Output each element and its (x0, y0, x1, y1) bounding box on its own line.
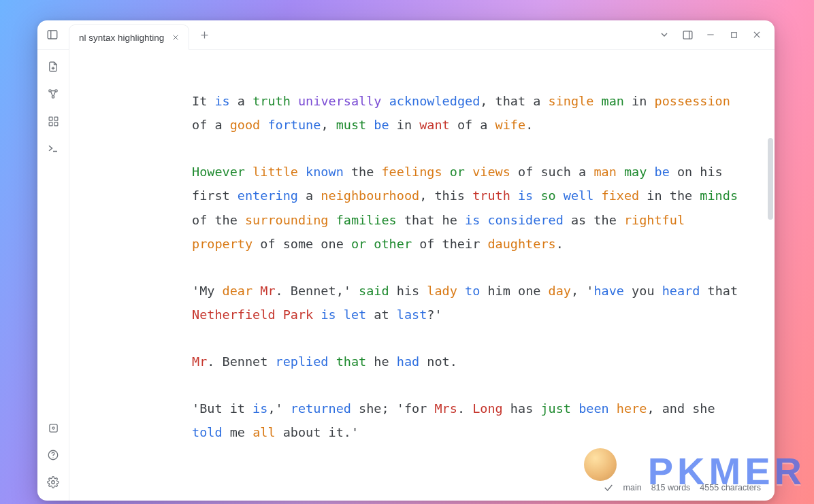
check-icon[interactable] (603, 482, 614, 493)
token: known (306, 165, 344, 179)
svg-rect-21 (54, 117, 57, 120)
token: that (700, 284, 745, 298)
status-branch[interactable]: main (623, 483, 642, 492)
svg-rect-20 (49, 117, 52, 120)
paragraph: 'But it is,' returned she; 'for Mrs. Lon… (192, 397, 747, 444)
token: have (593, 284, 624, 298)
token (609, 401, 617, 416)
token: man (593, 165, 616, 179)
token: has (503, 401, 541, 416)
token: replied (276, 354, 329, 369)
token: . (525, 118, 533, 132)
grid-icon[interactable] (42, 110, 65, 133)
status-chars[interactable]: 4555 characters (700, 483, 761, 492)
token (510, 188, 518, 203)
graph-icon[interactable] (42, 82, 65, 105)
paragraph: It is a truth universally acknowledged, … (192, 89, 747, 137)
app-body: It is a truth universally acknowledged, … (37, 50, 775, 501)
token: of their (412, 237, 487, 251)
token: in (389, 118, 420, 132)
svg-rect-6 (683, 31, 692, 38)
window-controls (653, 24, 770, 46)
token: to (465, 284, 480, 298)
token: rightful (624, 213, 685, 227)
token: been (579, 401, 609, 416)
token: However (192, 165, 245, 179)
token: is (465, 213, 480, 227)
token: had (397, 354, 419, 369)
token: families (336, 213, 397, 227)
token: or (351, 237, 366, 251)
token: fortune (267, 118, 321, 132)
token: she; 'for (351, 401, 435, 416)
token: that he (397, 213, 465, 227)
token: so (540, 188, 555, 203)
token (465, 165, 472, 179)
token: him one (480, 284, 548, 298)
token: not. (419, 354, 457, 369)
token: the (344, 165, 382, 179)
token: you (624, 284, 662, 298)
token: told (192, 425, 223, 439)
tabstrip: nl syntax highlighting (69, 20, 651, 49)
new-tab-icon[interactable] (193, 24, 215, 46)
status-words[interactable]: 815 words (651, 483, 691, 492)
token: of a (450, 118, 495, 132)
token: little (253, 165, 298, 179)
chevron-down-icon[interactable] (653, 24, 675, 46)
settings-icon[interactable] (42, 471, 65, 494)
terminal-icon[interactable] (42, 137, 65, 160)
new-file-icon[interactable] (42, 55, 65, 78)
minimize-icon[interactable] (700, 24, 721, 46)
token: . (457, 401, 472, 416)
token: dear (223, 284, 253, 298)
token: Netherfield (192, 307, 276, 322)
token: be (374, 118, 389, 132)
token: minds (700, 188, 738, 203)
token: universally (298, 94, 382, 108)
token (556, 188, 564, 203)
token: at (366, 307, 397, 322)
window-close-icon[interactable] (746, 24, 768, 46)
token (480, 213, 487, 227)
svg-rect-22 (49, 122, 52, 125)
token: is (253, 401, 267, 416)
token: single (549, 94, 594, 108)
token: ,' (267, 401, 290, 416)
svg-line-18 (54, 92, 56, 96)
editor-content[interactable]: It is a truth universally acknowledged, … (69, 50, 775, 501)
location-icon[interactable] (42, 416, 65, 439)
token: be (655, 165, 670, 179)
token: . Bennet (207, 354, 275, 369)
token: other (374, 237, 412, 251)
svg-rect-25 (49, 424, 56, 431)
token (313, 307, 321, 322)
token: he (366, 354, 397, 369)
maximize-icon[interactable] (723, 24, 745, 46)
token: truth (472, 188, 510, 203)
token (647, 165, 654, 179)
token: want (419, 118, 450, 132)
sidebar-toggle-icon[interactable] (42, 24, 63, 46)
token: views (472, 165, 510, 179)
panel-right-icon[interactable] (677, 24, 698, 46)
token: , and she (647, 401, 722, 416)
token (533, 188, 540, 203)
token: . (556, 237, 564, 251)
svg-point-26 (52, 426, 54, 429)
token: about it.' (276, 425, 359, 439)
token: surrounding (245, 213, 329, 227)
tab-active[interactable]: nl syntax highlighting (69, 24, 189, 50)
token: lady (427, 284, 457, 298)
svg-point-16 (52, 96, 54, 98)
token: his (389, 284, 427, 298)
token: acknowledged (389, 94, 481, 108)
close-icon[interactable] (169, 31, 182, 44)
scrollbar-thumb[interactable] (768, 138, 773, 220)
paragraph: 'My dear Mr. Bennet,' said his lady to h… (192, 279, 747, 326)
help-icon[interactable] (42, 443, 65, 467)
svg-point-28 (52, 457, 53, 458)
token (245, 165, 253, 179)
svg-point-29 (52, 481, 55, 484)
token: of some one (253, 237, 351, 251)
